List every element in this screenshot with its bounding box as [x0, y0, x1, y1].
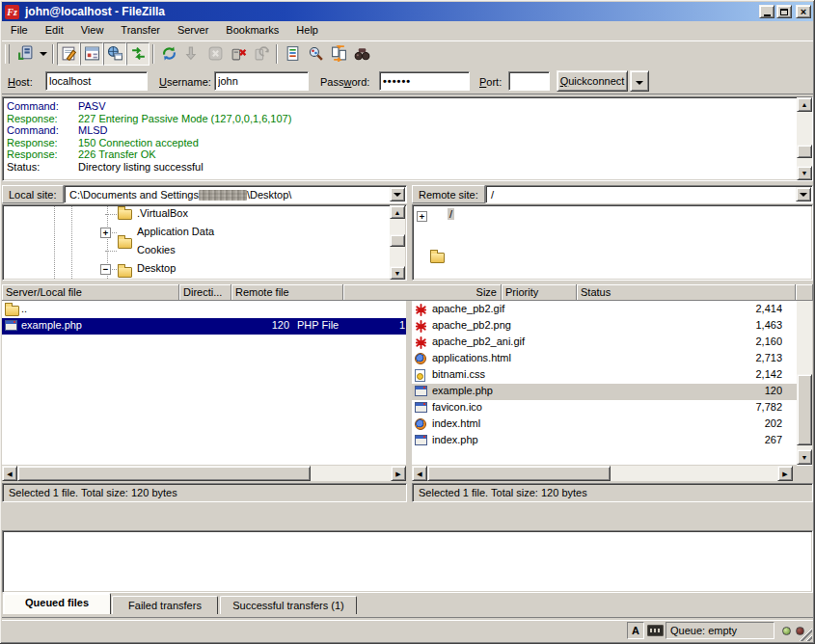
- column-header-server-local-file[interactable]: Server/Local file: [2, 284, 179, 301]
- remote-file-row[interactable]: favicon.ico7,782: [412, 400, 797, 416]
- local-tree-scroll-up-button[interactable]: ▲: [390, 205, 405, 219]
- remote-list-scrollbar-thumb[interactable]: [797, 374, 812, 445]
- tab-successful-transfers-1-[interactable]: Successful transfers (1): [220, 596, 357, 614]
- close-button[interactable]: ×: [796, 5, 811, 18]
- cancel-icon: [207, 45, 224, 64]
- site-manager-dropdown-button[interactable]: [37, 42, 49, 66]
- file-size: 2,142: [686, 368, 782, 380]
- remote-file-row[interactable]: apache_pb2.png1,463: [412, 318, 797, 335]
- local-file-row[interactable]: ..: [2, 302, 406, 318]
- file-type: PHP File: [297, 319, 397, 331]
- local-tree-item[interactable]: .VirtualBox: [135, 207, 190, 219]
- php-file-icon: [415, 386, 427, 396]
- tree-expander-minus[interactable]: −: [100, 264, 111, 275]
- remote-file-row[interactable]: apache_pb2_ani.gif2,160: [412, 335, 797, 351]
- transfer-queue-list: [2, 530, 813, 593]
- file-size: 120: [222, 319, 289, 331]
- remote-list-scroll-down-button[interactable]: ▼: [797, 449, 812, 465]
- local-tree-item[interactable]: Desktop: [135, 262, 177, 274]
- remote-file-row[interactable]: bitnami.css2,142: [412, 367, 797, 384]
- menu-item-file[interactable]: File: [2, 21, 37, 39]
- quickconnect-dropdown-button[interactable]: [630, 70, 649, 92]
- menu-bar: FileEditViewTransferServerBookmarksHelp: [2, 21, 813, 40]
- local-tree-scroll-down-button[interactable]: ▼: [390, 266, 405, 280]
- remote-list-scroll-right-button[interactable]: ▶: [777, 466, 793, 481]
- file-name: apache_pb2.gif: [432, 303, 683, 314]
- local-list-scroll-left-button[interactable]: ◀: [2, 466, 17, 481]
- tab-failed-transfers[interactable]: Failed transfers: [112, 596, 218, 614]
- tab-queued-files[interactable]: Queued files: [3, 593, 111, 614]
- toggle-queue-button[interactable]: [126, 42, 149, 66]
- sync-browsing-button[interactable]: [327, 42, 350, 66]
- remote-file-row[interactable]: apache_pb2.gif2,414: [412, 302, 797, 318]
- log-line-text: 150 Connection accepted: [78, 137, 199, 148]
- local-list-hscrollbar-thumb[interactable]: [17, 466, 311, 481]
- compare-button[interactable]: [304, 42, 327, 66]
- toggle-local-tree-button[interactable]: [80, 42, 103, 66]
- tree-expander-plus[interactable]: +: [417, 211, 427, 222]
- local-tree-item[interactable]: Cookies: [135, 244, 177, 255]
- toggle-remote-tree-button[interactable]: [103, 42, 126, 66]
- menu-item-view[interactable]: View: [72, 21, 113, 39]
- remote-file-row[interactable]: example.php120: [412, 384, 797, 400]
- local-site-dropdown-button[interactable]: [390, 187, 405, 201]
- remote-file-row[interactable]: applications.html2,713: [412, 351, 797, 367]
- column-header-size[interactable]: Size: [343, 284, 502, 301]
- toggle-local-tree-icon: [84, 45, 100, 64]
- toolbar-grip[interactable]: [5, 44, 10, 64]
- log-scroll-up-button[interactable]: ▲: [797, 97, 812, 112]
- local-file-row[interactable]: example.php120PHP File1: [2, 318, 406, 335]
- column-header-directi-[interactable]: Directi...: [179, 284, 231, 301]
- column-header-status[interactable]: Status: [577, 284, 796, 301]
- quickconnect-button[interactable]: Quickconnect: [557, 70, 628, 92]
- redacted-username: [199, 190, 247, 201]
- arrow-right-icon: ▶: [395, 470, 400, 477]
- toggle-log-button[interactable]: [57, 42, 80, 66]
- find-files-button[interactable]: [350, 42, 373, 66]
- file-size: 2,713: [686, 352, 782, 363]
- file-name: ..: [21, 303, 219, 314]
- site-manager-button[interactable]: [14, 42, 37, 66]
- local-list-scroll-right-button[interactable]: ▶: [391, 466, 406, 481]
- local-site-combo[interactable]: C:\Documents and Settings\Desktop\: [64, 185, 407, 203]
- file-size: 120: [686, 385, 782, 396]
- remote-site-combo[interactable]: /: [485, 185, 813, 203]
- remote-file-row[interactable]: index.html202: [412, 416, 797, 433]
- remote-list-hscrollbar-thumb[interactable]: [427, 466, 611, 481]
- minimize-icon: [764, 14, 771, 16]
- file-name: index.html: [432, 417, 683, 429]
- host-label: Host:: [8, 76, 33, 88]
- column-header-priority[interactable]: Priority: [502, 284, 577, 301]
- remote-file-row[interactable]: index.php267: [412, 433, 797, 449]
- remote-tree-root-item[interactable]: /: [448, 208, 454, 220]
- column-header-spacer[interactable]: [796, 284, 813, 301]
- password-input[interactable]: [379, 71, 470, 91]
- remote-site-dropdown-button[interactable]: [796, 187, 811, 201]
- file-size: 267: [686, 434, 782, 445]
- column-header-label: Server/Local file: [6, 286, 82, 298]
- refresh-button[interactable]: [157, 42, 180, 66]
- log-line-label: Response:: [7, 113, 78, 124]
- menu-item-edit[interactable]: Edit: [37, 21, 72, 39]
- log-scrollbar-thumb[interactable]: [797, 145, 812, 158]
- folder-icon: [118, 267, 132, 278]
- menu-item-transfer[interactable]: Transfer: [112, 21, 169, 39]
- column-header-remote-file[interactable]: Remote file: [231, 284, 343, 301]
- menu-item-help[interactable]: Help: [287, 21, 327, 39]
- log-scroll-down-button[interactable]: ▼: [797, 166, 812, 180]
- menu-item-server[interactable]: Server: [169, 21, 217, 39]
- tree-expander-plus[interactable]: +: [100, 228, 111, 238]
- minimize-button[interactable]: [759, 5, 774, 18]
- username-input[interactable]: [214, 71, 309, 91]
- port-input[interactable]: [508, 71, 550, 91]
- maximize-button[interactable]: [776, 5, 792, 18]
- local-tree-scrollbar-thumb[interactable]: [390, 234, 405, 247]
- host-input[interactable]: [45, 71, 148, 91]
- remote-list-scroll-left-button[interactable]: ◀: [412, 466, 427, 481]
- menu-item-bookmarks[interactable]: Bookmarks: [217, 21, 287, 39]
- filter-button[interactable]: [281, 42, 304, 66]
- arrow-down-icon: ▼: [801, 454, 808, 461]
- disconnect-button[interactable]: [227, 42, 250, 66]
- local-tree-item[interactable]: Application Data: [135, 226, 216, 237]
- chevron-down-icon: [636, 81, 643, 85]
